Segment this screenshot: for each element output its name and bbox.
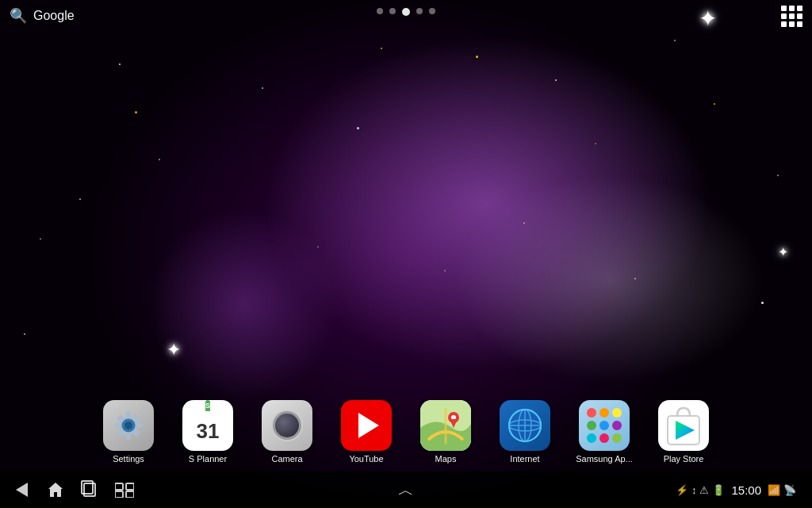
star <box>555 79 557 81</box>
battery-icon: 🔋 <box>712 484 725 496</box>
page-dot-5[interactable] <box>429 8 435 14</box>
star <box>674 40 676 41</box>
svg-rect-2 <box>126 411 131 418</box>
samsung-dot <box>612 408 622 418</box>
playstore-app[interactable]: Play Store <box>648 400 719 464</box>
samsung-dots-grid <box>587 408 622 443</box>
home-button[interactable] <box>47 481 64 498</box>
camera-icon <box>262 400 312 451</box>
svg-rect-25 <box>115 491 123 498</box>
search-icon: 🔍 <box>10 7 27 25</box>
sync-icon: ↕ <box>691 484 697 496</box>
samsung-dot <box>587 408 596 418</box>
maps-icon <box>420 400 471 451</box>
playstore-svg <box>665 405 703 446</box>
star <box>119 64 121 65</box>
signal-icons: 📶 📡 <box>768 484 796 496</box>
all-apps-button[interactable] <box>781 6 802 27</box>
sparkle-star-right: ✦ <box>778 246 788 259</box>
camera-app[interactable]: Camera <box>251 400 323 464</box>
samsung-dot <box>587 433 596 443</box>
svg-rect-23 <box>115 483 123 490</box>
globe-svg <box>506 406 544 444</box>
maps-label: Maps <box>435 454 457 464</box>
star <box>381 48 382 49</box>
app-dock: Settings S 31 S Planner Camera YouTube <box>0 392 812 471</box>
star <box>357 127 359 129</box>
star <box>24 333 25 335</box>
svg-point-19 <box>509 410 541 441</box>
status-bar: ⚡ ↕ ⚠ 🔋 15:00 📶 📡 <box>676 483 796 497</box>
youtube-app[interactable]: YouTube <box>331 400 402 464</box>
samsung-dot <box>612 421 622 430</box>
samsung-icon <box>579 400 630 451</box>
settings-gear-svg <box>108 405 149 446</box>
sparkle-star-bottom-left: ✦ <box>167 341 181 359</box>
recents-button[interactable] <box>83 483 96 497</box>
playstore-label: Play Store <box>664 454 704 464</box>
status-icons: ⚡ ↕ ⚠ 🔋 <box>676 484 726 496</box>
internet-label: Internet <box>510 454 539 464</box>
nav-left-buttons <box>16 481 134 498</box>
nav-center: ︿ <box>398 479 414 501</box>
warning-icon: ⚠ <box>699 484 709 496</box>
star <box>714 103 715 105</box>
page-dot-3[interactable] <box>402 8 410 16</box>
page-dot-4[interactable] <box>416 8 423 14</box>
top-bar: 🔍 Google <box>0 0 812 32</box>
star <box>523 222 525 224</box>
back-button[interactable] <box>16 483 28 497</box>
clock: 15:00 <box>731 483 761 497</box>
wifi-icon: 📶 <box>768 484 780 496</box>
samsung-app[interactable]: Samsung Ap... <box>569 400 640 464</box>
settings-label: Settings <box>113 454 144 464</box>
samsung-dot <box>587 421 596 430</box>
star <box>634 278 636 279</box>
signal-icon: 📡 <box>783 484 796 496</box>
google-label: Google <box>33 9 75 23</box>
svg-rect-5 <box>136 423 143 428</box>
star <box>476 56 478 58</box>
internet-app[interactable]: Internet <box>489 400 561 464</box>
youtube-label: YouTube <box>349 454 383 464</box>
star <box>40 238 41 240</box>
internet-icon <box>500 400 550 451</box>
page-dot-2[interactable] <box>389 8 396 14</box>
samsung-dot <box>599 433 609 443</box>
svg-rect-24 <box>126 483 134 490</box>
samsung-dot <box>599 408 609 418</box>
star <box>317 246 319 248</box>
svg-rect-4 <box>114 423 121 428</box>
navigation-bar: ︿ ⚡ ↕ ⚠ 🔋 15:00 📶 📡 <box>0 471 812 508</box>
samsung-dot <box>612 433 622 443</box>
settings-icon <box>103 400 154 451</box>
splanner-icon: S 31 <box>182 400 233 451</box>
maps-svg <box>420 400 471 451</box>
youtube-icon <box>341 400 392 451</box>
star <box>777 175 779 176</box>
star <box>135 111 137 114</box>
calendar-date: 31 <box>197 411 220 451</box>
calendar-header: S <box>205 400 210 411</box>
maps-app[interactable]: Maps <box>410 400 481 464</box>
camera-label: Camera <box>271 454 302 464</box>
star <box>595 143 596 144</box>
samsung-label: Samsung Ap... <box>576 454 633 464</box>
page-indicators <box>377 8 435 16</box>
splanner-label: S Planner <box>189 454 227 464</box>
star <box>159 159 160 160</box>
app-drawer-button[interactable]: ︿ <box>398 479 414 501</box>
star <box>262 87 263 89</box>
svg-marker-22 <box>48 483 63 497</box>
samsung-dot <box>599 421 609 430</box>
star <box>444 270 446 271</box>
star <box>761 302 764 304</box>
google-search-bar[interactable]: 🔍 Google <box>10 7 75 25</box>
screenshot-button[interactable] <box>115 482 134 498</box>
star <box>79 198 81 200</box>
splanner-app[interactable]: S 31 S Planner <box>172 400 243 464</box>
settings-app[interactable]: Settings <box>93 400 164 464</box>
camera-lens <box>273 411 301 440</box>
svg-rect-3 <box>126 433 131 440</box>
page-dot-1[interactable] <box>377 8 383 14</box>
